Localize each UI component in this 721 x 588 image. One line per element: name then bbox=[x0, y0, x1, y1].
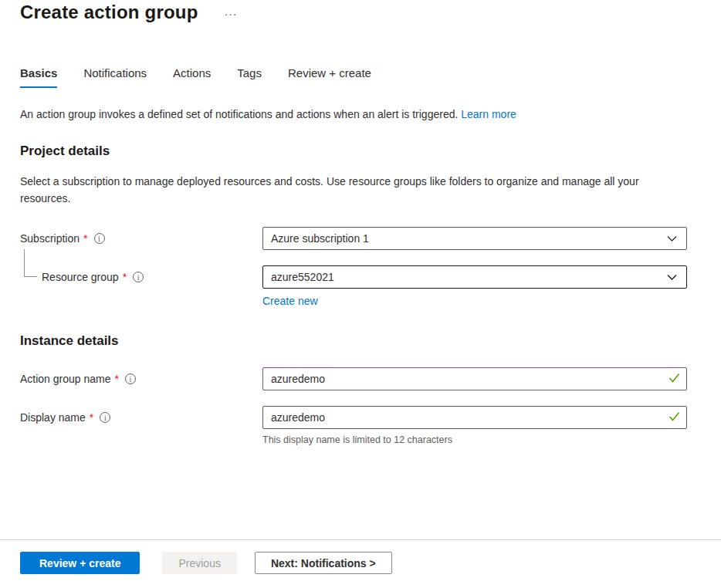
info-icon[interactable] bbox=[133, 272, 144, 282]
resource-group-label-group: Resource group * bbox=[20, 265, 262, 289]
instance-details-heading: Instance details bbox=[20, 333, 687, 349]
valid-check-icon bbox=[669, 411, 680, 424]
tab-review-create[interactable]: Review + create bbox=[288, 66, 371, 88]
display-name-helper-text: This display name is limited to 12 chara… bbox=[262, 434, 687, 445]
valid-check-icon bbox=[669, 373, 680, 385]
review-create-button[interactable]: Review + create bbox=[20, 552, 140, 574]
chevron-down-icon bbox=[667, 274, 677, 281]
resource-group-label: Resource group bbox=[42, 265, 119, 289]
page-header: Create action group ··· bbox=[20, 0, 687, 23]
subscription-label: Subscription bbox=[20, 227, 80, 250]
tab-basics[interactable]: Basics bbox=[20, 66, 57, 88]
subscription-row: Subscription * Azure subscription 1 bbox=[20, 227, 687, 250]
more-options-button[interactable]: ··· bbox=[222, 6, 241, 22]
info-icon[interactable] bbox=[94, 233, 105, 244]
subscription-dropdown[interactable]: Azure subscription 1 bbox=[262, 227, 687, 250]
action-group-name-label: Action group name bbox=[20, 367, 111, 390]
previous-button[interactable]: Previous bbox=[162, 552, 236, 574]
action-group-name-row: Action group name * bbox=[20, 367, 687, 390]
display-name-row: Display name * This display name is limi… bbox=[20, 406, 687, 445]
resource-group-dropdown[interactable]: azure552021 bbox=[262, 265, 687, 289]
tab-actions[interactable]: Actions bbox=[173, 66, 211, 88]
create-new-wrap: Create new bbox=[262, 295, 687, 307]
tab-tags[interactable]: Tags bbox=[237, 66, 262, 88]
project-details-heading: Project details bbox=[20, 144, 687, 159]
info-icon[interactable] bbox=[100, 412, 110, 423]
required-asterisk: * bbox=[115, 367, 119, 390]
wizard-tabs: Basics Notifications Actions Tags Review… bbox=[20, 66, 687, 88]
intro-text: An action group invokes a defined set of… bbox=[20, 106, 687, 122]
resource-group-row: Resource group * azure552021 Create new bbox=[20, 265, 687, 307]
create-action-group-page: Create action group ··· Basics Notificat… bbox=[0, 0, 721, 588]
subscription-label-group: Subscription * bbox=[20, 227, 262, 250]
project-details-form: Subscription * Azure subscription 1 Reso… bbox=[20, 227, 687, 307]
create-new-link[interactable]: Create new bbox=[262, 295, 318, 307]
action-group-name-input-col bbox=[262, 367, 687, 390]
intro-description: An action group invokes a defined set of… bbox=[20, 108, 458, 120]
display-name-label-group: Display name * bbox=[20, 406, 262, 429]
display-name-input-col: This display name is limited to 12 chara… bbox=[262, 406, 687, 445]
tree-connector-line bbox=[24, 249, 37, 277]
display-name-input[interactable] bbox=[262, 406, 687, 429]
required-asterisk: * bbox=[123, 265, 127, 289]
subscription-dropdown-value: Azure subscription 1 bbox=[271, 232, 369, 245]
resource-group-input-col: azure552021 Create new bbox=[262, 265, 687, 307]
learn-more-link[interactable]: Learn more bbox=[461, 108, 516, 120]
action-group-name-input[interactable] bbox=[262, 367, 687, 390]
project-details-description: Select a subscription to manage deployed… bbox=[20, 173, 687, 207]
action-group-name-input-wrap bbox=[262, 367, 687, 390]
display-name-input-wrap bbox=[262, 406, 687, 429]
required-asterisk: * bbox=[90, 406, 93, 429]
next-notifications-button[interactable]: Next: Notifications > bbox=[255, 552, 392, 574]
tab-notifications[interactable]: Notifications bbox=[83, 66, 147, 88]
action-group-name-label-group: Action group name * bbox=[20, 367, 262, 390]
subscription-input-col: Azure subscription 1 bbox=[262, 227, 687, 250]
display-name-label: Display name bbox=[20, 406, 86, 429]
resource-group-dropdown-value: azure552021 bbox=[271, 271, 334, 283]
chevron-down-icon bbox=[667, 235, 677, 242]
wizard-footer: Review + create Previous Next: Notificat… bbox=[0, 539, 721, 588]
info-icon[interactable] bbox=[125, 373, 136, 384]
required-asterisk: * bbox=[83, 227, 87, 250]
page-title: Create action group bbox=[20, 2, 198, 23]
